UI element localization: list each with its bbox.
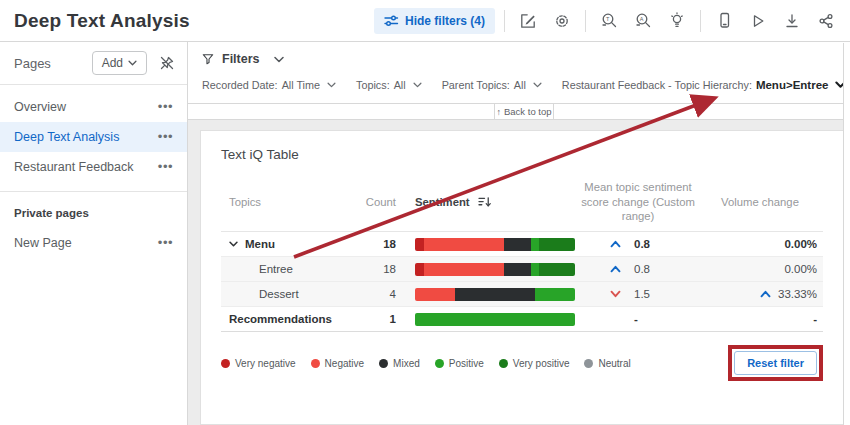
score-change-cell: 0.8 xyxy=(575,263,701,275)
legend-item: Very positive xyxy=(499,358,570,369)
settings-gear-icon[interactable] xyxy=(548,8,576,34)
magnifier-text-icon[interactable]: T xyxy=(595,8,623,34)
page-title: Deep Text Analysis xyxy=(14,10,190,32)
chevron-down-icon[interactable] xyxy=(274,56,284,63)
sidebar-item-label: Overview xyxy=(14,100,66,114)
sentiment-segment-negative xyxy=(424,263,504,276)
more-menu-icon[interactable]: ••• xyxy=(158,103,173,111)
share-icon[interactable] xyxy=(812,8,840,34)
sentiment-segment-negative xyxy=(424,238,504,251)
play-icon[interactable] xyxy=(744,8,772,34)
volume-change-value: 33.33% xyxy=(778,288,817,300)
sentiment-segment-positive xyxy=(415,313,575,326)
sort-descending-icon xyxy=(478,196,492,208)
volume-change-cell: - xyxy=(701,313,819,325)
column-header-volume-change[interactable]: Volume change xyxy=(701,196,819,208)
table-row[interactable]: Menu180.80.00% xyxy=(221,232,823,257)
chevron-down-icon xyxy=(327,82,336,88)
filter-chip-label: Topics: xyxy=(356,79,390,91)
text-iq-table: Topics Count Sentiment Mean topic sentim… xyxy=(221,180,823,332)
more-menu-icon[interactable]: ••• xyxy=(158,163,173,171)
private-pages-label: Private pages xyxy=(0,192,187,226)
topic-label: Recommendations xyxy=(229,313,332,325)
count-cell: 4 xyxy=(341,288,396,300)
filter-chip-value: All xyxy=(514,79,526,91)
sidebar-item[interactable]: Restaurant Feedback••• xyxy=(0,152,187,182)
sentiment-segment-very_positive xyxy=(539,238,575,251)
topic-cell[interactable]: Recommendations xyxy=(221,313,341,325)
chevron-down-icon xyxy=(610,290,621,298)
chevron-down-icon xyxy=(533,82,542,88)
device-preview-icon[interactable] xyxy=(710,8,738,34)
chevron-up-icon xyxy=(760,290,771,298)
volume-change-value: 0.00% xyxy=(784,263,817,275)
topic-cell[interactable]: Menu xyxy=(221,238,341,250)
column-header-count[interactable]: Count xyxy=(341,196,396,208)
toolbar: Hide filters (4) T A xyxy=(374,8,840,34)
legend-item: Negative xyxy=(311,358,364,369)
more-menu-icon[interactable]: ••• xyxy=(158,133,173,141)
volume-change-cell: 0.00% xyxy=(701,238,819,250)
sentiment-segment-mixed xyxy=(504,263,531,276)
column-header-sentiment[interactable]: Sentiment xyxy=(396,196,575,208)
sidebar-item[interactable]: New Page••• xyxy=(0,228,187,258)
text-iq-table-widget: Text iQ Table Topics Count Sentiment Me xyxy=(200,130,844,425)
more-menu-icon[interactable]: ••• xyxy=(158,239,173,247)
table-row[interactable]: Recommendations1-- xyxy=(221,307,823,332)
reset-filter-button[interactable]: Reset filter xyxy=(734,351,817,375)
score-change-value: 0.8 xyxy=(634,238,666,250)
sentiment-bar[interactable] xyxy=(415,313,575,326)
topic-cell[interactable]: Dessert xyxy=(221,288,341,300)
scrollbar-track[interactable] xyxy=(843,43,850,425)
volume-change-value: - xyxy=(813,313,817,325)
filter-chip-label: Restaurant Feedback - Topic Hierarchy: xyxy=(562,79,752,91)
filter-chip[interactable]: Restaurant Feedback - Topic Hierarchy:Me… xyxy=(562,79,847,91)
sidebar-item[interactable]: Overview••• xyxy=(0,92,187,122)
volume-change-cell: 33.33% xyxy=(701,288,819,300)
sentiment-segment-very_negative xyxy=(415,238,424,251)
sentiment-bar[interactable] xyxy=(415,263,575,276)
toolbar-divider xyxy=(700,10,701,32)
filter-chip[interactable]: Parent Topics:All xyxy=(442,79,542,91)
volume-change-cell: 0.00% xyxy=(701,263,819,275)
sentiment-segment-positive xyxy=(531,238,540,251)
score-change-value: - xyxy=(634,313,666,325)
pages-sidebar: Pages Add Overview•••Deep Text Analysis•… xyxy=(0,42,188,425)
sidebar-item[interactable]: Deep Text Analysis••• xyxy=(0,122,187,152)
sentiment-segment-negative xyxy=(415,288,455,301)
score-change-value: 1.5 xyxy=(634,288,666,300)
sidebar-item-label: New Page xyxy=(14,236,72,250)
legend-label: Very negative xyxy=(235,358,296,369)
download-icon[interactable] xyxy=(778,8,806,34)
filter-chip[interactable]: Recorded Date:All Time xyxy=(202,79,336,91)
sentiment-bar[interactable] xyxy=(415,238,575,251)
hide-filters-button[interactable]: Hide filters (4) xyxy=(374,8,495,34)
ideas-lightbulb-icon[interactable] xyxy=(663,8,691,34)
unpin-sidebar-icon[interactable] xyxy=(159,55,175,71)
table-row[interactable]: Dessert41.533.33% xyxy=(221,282,823,307)
table-footer: Very negativeNegativeMixedPositiveVery p… xyxy=(221,345,823,381)
volume-change-value: 0.00% xyxy=(784,238,817,250)
column-header-mean-change[interactable]: Mean topic sentiment score change (Custo… xyxy=(575,180,701,224)
sentiment-segment-positive xyxy=(531,263,540,276)
app-header: Deep Text Analysis Hide filters (4) T A xyxy=(0,0,850,42)
sentiment-bar[interactable] xyxy=(415,288,575,301)
back-to-top-button[interactable]: ↑ Back to top xyxy=(494,104,554,119)
funnel-icon xyxy=(202,53,214,65)
add-page-button[interactable]: Add xyxy=(92,51,147,75)
back-to-top-bar: ↑ Back to top xyxy=(188,104,850,120)
magnifier-data-icon[interactable]: A xyxy=(629,8,657,34)
filters-title: Filters xyxy=(222,52,260,66)
topic-cell[interactable]: Entree xyxy=(221,263,341,275)
edit-icon[interactable] xyxy=(514,8,542,34)
legend-label: Very positive xyxy=(513,358,570,369)
count-cell: 18 xyxy=(341,263,396,275)
filter-chip[interactable]: Topics:All xyxy=(356,79,422,91)
filter-chip-label: Recorded Date: xyxy=(202,79,278,91)
expand-chevron-icon[interactable] xyxy=(229,241,238,247)
column-header-topics[interactable]: Topics xyxy=(221,196,341,208)
table-row[interactable]: Entree180.80.00% xyxy=(221,257,823,282)
dashboard-content: Text iQ Table Topics Count Sentiment Me xyxy=(188,120,850,425)
sidebar-item-label: Deep Text Analysis xyxy=(14,130,119,144)
legend-label: Negative xyxy=(325,358,364,369)
